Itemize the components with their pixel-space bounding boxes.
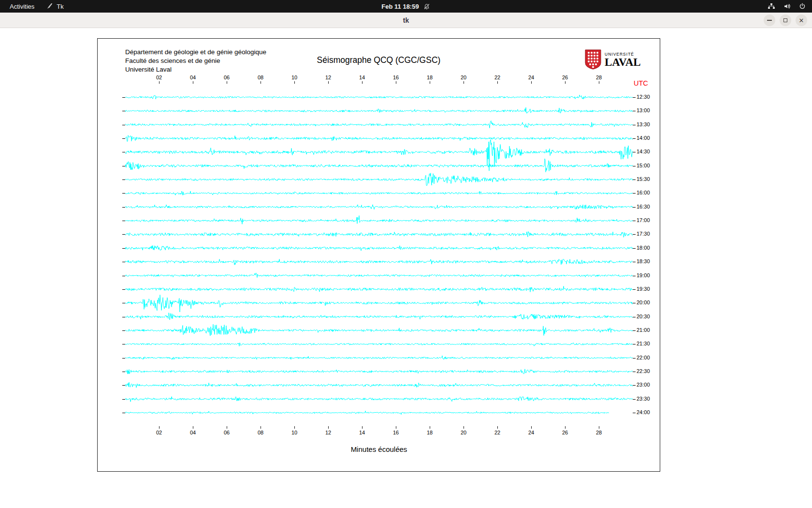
app-menu-label: Tk	[57, 3, 63, 10]
restore-button[interactable]	[780, 15, 791, 26]
x-tick-top	[464, 81, 464, 84]
trace-time-label: 23:00	[637, 382, 650, 388]
logo-text-small: UNIVERSITÉ	[605, 52, 641, 57]
page-title: Séismographe QCQ (CGC/GSC)	[98, 55, 660, 65]
x-tick-bottom	[227, 426, 227, 429]
clock-label: Feb 11 18:59	[381, 3, 419, 10]
trace-tick-right	[633, 303, 636, 303]
x-tick-label-top: 20	[461, 75, 466, 80]
trace-tick-right	[633, 344, 636, 344]
x-tick-bottom	[261, 426, 261, 429]
trace-tick-right	[633, 317, 636, 317]
trace-tick-right	[633, 138, 636, 139]
x-tick-top	[328, 81, 329, 84]
x-tick-label-top: 26	[562, 75, 568, 80]
screen: Activities Tk Feb 11 18:59	[0, 0, 812, 508]
trace-tick-right	[633, 152, 636, 152]
x-tick-label-bottom: 06	[224, 430, 230, 435]
window-titlebar[interactable]: tk ✕	[0, 13, 812, 28]
x-tick-label-top: 02	[156, 75, 162, 80]
x-tick-label-bottom: 20	[461, 430, 466, 435]
clock-menu[interactable]: Feb 11 18:59	[381, 2, 430, 10]
system-status-area[interactable]	[768, 2, 806, 10]
trace-tick-right	[633, 207, 636, 208]
x-tick-label-bottom: 10	[291, 430, 297, 435]
minimize-button[interactable]	[764, 15, 775, 26]
top-bar: Activities Tk Feb 11 18:59	[0, 0, 812, 13]
trace-tick-right	[633, 372, 636, 372]
x-tick-top	[362, 81, 362, 84]
trace-tick-right	[633, 289, 636, 290]
trace-time-label: 13:30	[637, 121, 650, 127]
trace-tick-left	[122, 303, 125, 303]
x-tick-label-top: 12	[325, 75, 331, 80]
trace-time-label: 19:30	[637, 286, 650, 292]
trace-time-label: 17:30	[637, 231, 650, 237]
trace-tick-left	[122, 372, 125, 372]
trace-time-label: 23:30	[637, 396, 650, 402]
trace-tick-right	[633, 234, 636, 235]
trace-tick-left	[122, 413, 125, 413]
close-icon: ✕	[799, 17, 804, 24]
close-button[interactable]: ✕	[796, 15, 807, 26]
x-tick-bottom	[159, 426, 160, 429]
x-tick-label-bottom: 04	[190, 430, 196, 435]
activities-button[interactable]: Activities	[7, 2, 37, 11]
trace-time-label: 24:00	[637, 409, 650, 415]
trace-time-label: 13:00	[637, 107, 650, 113]
minimize-icon	[767, 20, 772, 21]
trace-tick-left	[122, 138, 125, 139]
trace-tick-left	[122, 125, 125, 125]
trace-tick-right	[633, 399, 636, 400]
trace-time-label: 22:30	[637, 368, 650, 374]
trace-tick-right	[633, 193, 636, 194]
x-tick-bottom	[497, 426, 498, 429]
x-tick-top	[531, 81, 532, 84]
trace-time-label: 19:00	[637, 272, 650, 278]
trace-time-label: 20:30	[637, 314, 650, 319]
trace-tick-left	[122, 344, 125, 344]
notifications-muted-icon	[423, 2, 431, 10]
x-tick-top	[396, 81, 396, 84]
trace-time-label: 16:00	[637, 190, 650, 195]
x-axis-label: Minutes écoulées	[125, 445, 633, 453]
x-tick-label-top: 18	[427, 75, 433, 80]
trace-time-label: 21:00	[637, 327, 650, 333]
org-line-3: Université Laval	[125, 65, 266, 74]
trace-tick-right	[633, 330, 636, 331]
trace-time-label: 18:30	[637, 258, 650, 264]
trace-tick-left	[122, 221, 125, 221]
helicorder-canvas	[125, 84, 633, 426]
power-icon	[798, 2, 806, 10]
app-menu[interactable]: Tk	[46, 2, 63, 10]
x-tick-bottom	[362, 426, 362, 429]
trace-tick-left	[122, 179, 125, 180]
trace-tick-right	[633, 262, 636, 262]
x-tick-label-bottom: 14	[359, 430, 365, 435]
trace-time-label: 14:30	[637, 149, 650, 154]
trace-tick-left	[122, 330, 125, 331]
x-tick-label-bottom: 22	[494, 430, 500, 435]
x-tick-label-bottom: 02	[156, 430, 162, 435]
trace-tick-right	[633, 179, 636, 180]
plot-area	[125, 84, 633, 426]
x-tick-label-top: 16	[393, 75, 399, 80]
x-tick-label-top: 06	[224, 75, 230, 80]
trace-tick-right	[633, 166, 636, 166]
x-tick-bottom	[599, 426, 599, 429]
trace-tick-right	[633, 125, 636, 125]
x-tick-bottom	[396, 426, 396, 429]
trace-tick-left	[122, 262, 125, 262]
logo-text-big: LAVAL	[605, 57, 641, 68]
trace-time-label: 16:30	[637, 204, 650, 209]
x-tick-label-bottom: 18	[427, 430, 433, 435]
trace-time-label: 15:30	[637, 176, 650, 182]
trace-tick-right	[633, 413, 636, 413]
x-tick-top	[430, 81, 430, 84]
trace-tick-left	[122, 166, 125, 166]
x-tick-top	[193, 81, 193, 84]
x-tick-label-bottom: 26	[562, 430, 568, 435]
x-tick-top	[565, 81, 566, 84]
x-tick-top	[599, 81, 599, 84]
x-tick-bottom	[328, 426, 329, 429]
